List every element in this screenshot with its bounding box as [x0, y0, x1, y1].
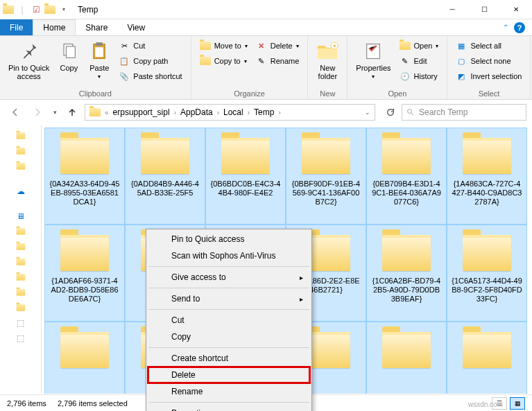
- ribbon-tabs: File Home Share View ⌃ ?: [0, 19, 532, 36]
- status-selected-count: 2,796 items selected: [58, 399, 128, 408]
- tab-view[interactable]: View: [117, 19, 155, 35]
- select-none-button[interactable]: ▢ Select none: [453, 54, 524, 68]
- open-button[interactable]: Open ▾: [397, 39, 442, 53]
- nav-folder-item[interactable]: [1, 301, 40, 315]
- copy-path-icon: 📋: [119, 55, 130, 67]
- nav-drive-item[interactable]: ⬚: [1, 316, 40, 330]
- navigation-pane[interactable]: ☁ 🖥 ⬚ ⬚: [0, 125, 42, 394]
- nav-folder-item[interactable]: [1, 255, 40, 269]
- menu-send-to[interactable]: Send to: [148, 290, 310, 307]
- folder-qat-icon[interactable]: [44, 4, 55, 15]
- file-item[interactable]: {1C6A5173-44D4-49B8-9CF2-5F8D40FD33FC}: [447, 225, 527, 322]
- cut-button[interactable]: ✂ Cut: [116, 39, 185, 53]
- nav-folder-item[interactable]: [1, 129, 40, 143]
- up-button[interactable]: [62, 103, 82, 122]
- menu-give-access[interactable]: Give access to: [148, 269, 310, 286]
- nav-folder-item[interactable]: [1, 286, 40, 299]
- menu-delete[interactable]: Delete: [148, 367, 310, 383]
- menu-cut[interactable]: Cut: [148, 312, 310, 329]
- delete-button[interactable]: ✕ Delete ▾: [253, 39, 302, 53]
- menu-scan-sophos[interactable]: Scan with Sophos Anti-Virus: [148, 247, 310, 264]
- file-item[interactable]: {0EB709B4-E3D1-49C1-BE64-036A7A9077C6}: [366, 128, 447, 225]
- select-all-button[interactable]: ▦ Select all: [453, 39, 524, 53]
- ribbon-group-organize: Move to ▾ Copy to ▾ ✕ Delete ▾ ✎ Rename: [191, 36, 309, 99]
- file-item[interactable]: {1C06A2BF-BD79-42B5-A90D-79D0DB3B9EAF}: [366, 225, 447, 322]
- nav-thispc-item[interactable]: 🖥: [1, 209, 40, 223]
- paste-shortcut-icon: 📎: [119, 71, 130, 82]
- recent-dropdown[interactable]: ▾: [50, 103, 60, 122]
- icons-view-button[interactable]: ▦: [510, 397, 525, 410]
- folder-icon: [221, 138, 270, 174]
- file-item[interactable]: [447, 322, 527, 394]
- menu-create-shortcut[interactable]: Create shortcut: [148, 350, 310, 367]
- forward-button[interactable]: [28, 103, 47, 122]
- search-input[interactable]: Search Temp: [402, 104, 526, 121]
- tab-share[interactable]: Share: [76, 19, 117, 35]
- rename-button[interactable]: ✎ Rename: [253, 54, 302, 68]
- group-label-new: New: [314, 88, 341, 98]
- maximize-button[interactable]: ☐: [468, 0, 500, 19]
- edit-icon: ✎: [400, 55, 411, 67]
- nav-folder-item[interactable]: [1, 144, 40, 158]
- nav-drive-item[interactable]: ⬚: [1, 331, 40, 345]
- help-icon[interactable]: ?: [514, 22, 525, 33]
- breadcrumb-item[interactable]: erpsupport_sipl: [110, 107, 173, 117]
- invert-selection-button[interactable]: ◩ Invert selection: [453, 69, 524, 83]
- breadcrumb[interactable]: « erpsupport_sipl › AppData › Local › Te…: [85, 104, 375, 121]
- chevron-down-icon: ▾: [244, 58, 247, 64]
- pin-quick-access-button[interactable]: Pin to Quick access: [6, 39, 52, 82]
- group-label-open: Open: [353, 88, 441, 98]
- edit-button[interactable]: ✎ Edit: [397, 54, 442, 68]
- refresh-button[interactable]: [382, 104, 399, 121]
- nav-folder-item[interactable]: [1, 270, 40, 284]
- file-item[interactable]: {0A342A33-64D9-45EB-8955-03EA6581DCA1}: [44, 128, 125, 225]
- properties-button[interactable]: Properties ▾: [353, 39, 393, 81]
- menu-rename[interactable]: Rename: [148, 383, 310, 400]
- breadcrumb-item[interactable]: AppData: [178, 107, 216, 117]
- nav-folder-item[interactable]: [1, 240, 40, 254]
- file-item[interactable]: {1A4863CA-727C-4427-B440-C9AD8C32787A}: [447, 128, 527, 225]
- svg-rect-4: [95, 47, 103, 57]
- copy-button[interactable]: Copy: [55, 39, 83, 73]
- back-button[interactable]: [6, 103, 25, 122]
- file-item[interactable]: {1AD6AF66-9371-4AD2-BDB9-D58E86DE6A7C}: [44, 225, 125, 322]
- nav-onedrive-item[interactable]: ☁: [1, 184, 40, 198]
- new-folder-button[interactable]: ✦ New folder: [314, 39, 341, 82]
- nav-folder-item[interactable]: [1, 159, 40, 173]
- file-item[interactable]: {0B6BDC0B-E4C3-44B4-980F-E4E2: [205, 128, 286, 225]
- svg-point-8: [408, 110, 412, 114]
- qat-dropdown-icon[interactable]: ▾: [58, 4, 69, 15]
- properties-qat-icon[interactable]: ☑: [31, 4, 42, 15]
- file-item[interactable]: [366, 322, 447, 394]
- folder-icon: [302, 138, 350, 174]
- copy-to-button[interactable]: Copy to ▾: [197, 54, 250, 68]
- history-button[interactable]: 🕘 History: [397, 69, 442, 83]
- breadcrumb-item[interactable]: Temp: [251, 107, 277, 117]
- tab-home[interactable]: Home: [33, 19, 76, 35]
- collapse-ribbon-icon[interactable]: ⌃: [503, 24, 508, 31]
- file-item[interactable]: [44, 322, 125, 394]
- breadcrumb-dropdown-icon[interactable]: ⌄: [362, 109, 373, 116]
- drive-icon: ⬚: [17, 318, 24, 328]
- menu-copy[interactable]: Copy: [148, 329, 310, 345]
- paste-shortcut-button[interactable]: 📎 Paste shortcut: [116, 69, 185, 83]
- file-item[interactable]: {0BBF90DF-91EB-4569-9C41-136AF00B7C2}: [286, 128, 366, 225]
- paste-button[interactable]: Paste ▾: [85, 39, 113, 81]
- menu-properties[interactable]: Properties: [148, 405, 310, 411]
- tab-file[interactable]: File: [0, 19, 33, 35]
- delete-icon: ✕: [256, 40, 267, 51]
- breadcrumb-item[interactable]: Local: [221, 107, 246, 117]
- file-item[interactable]: {0ADD84B9-A446-45AD-B33E-25F5: [125, 128, 205, 225]
- new-folder-icon: ✦: [316, 40, 338, 62]
- svg-text:✦: ✦: [332, 43, 337, 49]
- move-to-button[interactable]: Move to ▾: [197, 39, 250, 53]
- minimize-button[interactable]: ─: [436, 0, 468, 19]
- close-button[interactable]: ✕: [500, 0, 532, 19]
- addressbar: ▾ « erpsupport_sipl › AppData › Local › …: [0, 100, 532, 125]
- copy-path-button[interactable]: 📋 Copy path: [116, 54, 185, 68]
- nav-folder-item[interactable]: [1, 225, 40, 238]
- ribbon-group-select: ▦ Select all ▢ Select none ◩ Invert sele…: [447, 36, 531, 99]
- file-name: {1A4863CA-727C-4427-B440-C9AD8C32787A}: [450, 180, 524, 207]
- breadcrumb-root[interactable]: [87, 108, 103, 116]
- menu-pin-quick-access[interactable]: Pin to Quick access: [148, 231, 310, 247]
